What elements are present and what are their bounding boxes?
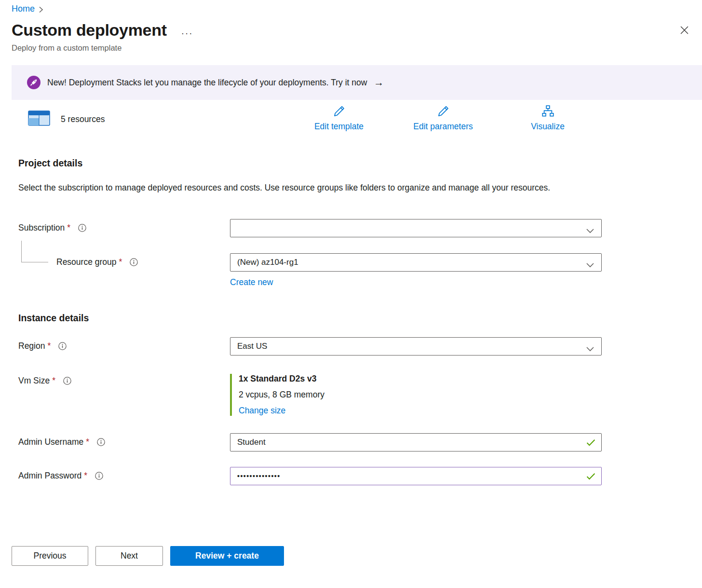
project-details-heading: Project details [18,158,702,169]
admin-username-label: Admin Username [18,437,83,447]
change-size-link[interactable]: Change size [239,406,285,416]
chevron-down-icon [586,344,594,354]
instance-details-heading: Instance details [18,313,702,324]
visualize-button[interactable]: Visualize [526,105,570,132]
deployment-stacks-banner[interactable]: New! Deployment Stacks let you manage th… [12,65,702,100]
vm-size-label-group: Vm Size * [18,374,230,386]
arrow-right-icon[interactable]: → [374,77,384,88]
required-asterisk: * [67,223,70,233]
edit-parameters-button[interactable]: Edit parameters [404,105,482,132]
admin-password-label: Admin Password [18,471,81,481]
resources-count: 5 resources [61,114,105,124]
admin-username-input[interactable] [230,433,602,451]
info-icon[interactable] [97,438,105,446]
page-subtitle: Deploy from a custom template [0,40,702,53]
resource-group-label-group: Resource group * [18,257,230,267]
info-icon[interactable] [95,472,103,480]
wizard-footer: Previous Next Review + create [0,546,702,566]
previous-button[interactable]: Previous [12,546,88,566]
next-button[interactable]: Next [95,546,163,566]
pencil-icon [437,105,450,120]
custom-deployment-page: Home Custom deployment ··· Deploy from a… [0,0,702,566]
pencil-icon [333,105,346,120]
info-icon[interactable] [78,224,86,232]
breadcrumb: Home [0,0,702,14]
region-label: Region [18,341,45,351]
create-new-link[interactable]: Create new [230,277,273,287]
vm-size-row: Vm Size * 1x Standard D2s v3 2 vcpus, 8 … [0,374,702,416]
region-label-group: Region * [18,341,230,351]
required-asterisk: * [84,471,87,481]
resource-group-dropdown[interactable]: (New) az104-rg1 [230,253,602,272]
project-details-description: Select the subscription to manage deploy… [18,180,573,196]
resource-group-value: (New) az104-rg1 [237,258,298,267]
required-asterisk: * [119,257,122,267]
template-resources: 5 resources [28,109,105,129]
required-asterisk: * [52,376,55,386]
admin-password-row: Admin Password * [0,467,702,485]
review-create-button[interactable]: Review + create [170,546,284,566]
subscription-dropdown[interactable] [230,219,602,237]
region-dropdown[interactable]: East US [230,337,602,356]
valid-check-icon [586,439,595,448]
vm-size-specs: 2 vcpus, 8 GB memory [239,390,602,400]
page-header: Custom deployment ··· [0,14,702,40]
more-options-icon[interactable]: ··· [181,28,193,39]
vm-size-label: Vm Size [18,376,50,386]
resource-group-icon [28,109,50,129]
page-title: Custom deployment [12,21,167,40]
subscription-label: Subscription [18,223,65,233]
resource-group-row: Resource group * (New) az104-rg1 [0,253,702,272]
hierarchy-connector [21,241,48,262]
breadcrumb-chevron-icon [39,6,43,13]
admin-password-label-group: Admin Password * [18,471,230,481]
breadcrumb-home-link[interactable]: Home [12,4,35,14]
required-asterisk: * [86,437,89,447]
info-icon[interactable] [58,342,67,350]
resource-group-label: Resource group [56,257,117,267]
admin-password-input[interactable] [230,467,602,485]
close-icon[interactable] [678,24,690,36]
edit-template-label: Edit template [314,122,364,132]
edit-parameters-label: Edit parameters [413,122,473,132]
valid-check-icon [586,473,595,482]
visualize-icon [541,105,554,120]
template-bar: 5 resources Edit template Edit parameter… [0,104,702,136]
required-asterisk: * [47,341,51,351]
admin-username-label-group: Admin Username * [18,437,230,447]
banner-message[interactable]: New! Deployment Stacks let you manage th… [47,78,367,88]
chevron-down-icon [586,260,594,270]
edit-template-button[interactable]: Edit template [305,105,373,132]
chevron-down-icon [586,226,594,236]
region-value: East US [237,342,267,351]
vm-size-value: 1x Standard D2s v3 [239,374,602,384]
info-icon[interactable] [130,258,138,266]
rocket-icon [27,76,40,89]
admin-username-row: Admin Username * [0,433,702,451]
subscription-row: Subscription * [0,219,702,237]
vm-size-summary: 1x Standard D2s v3 2 vcpus, 8 GB memory … [230,374,602,416]
visualize-label: Visualize [531,122,565,132]
info-icon[interactable] [63,377,71,385]
region-row: Region * East US [0,337,702,356]
subscription-label-group: Subscription * [18,223,230,233]
